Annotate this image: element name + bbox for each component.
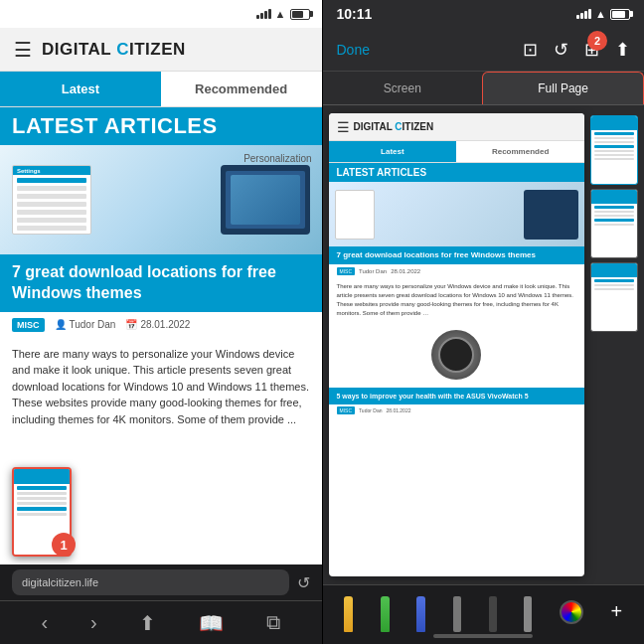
preview-tabs: Latest Recommended: [329, 141, 585, 163]
preview-second-meta: MISC Tudor Dan 28.01.2022: [329, 404, 585, 416]
right-status-icons: ▲: [576, 8, 630, 20]
tab-latest[interactable]: Latest: [0, 72, 161, 106]
right-content: ☰ DIGITAL CITIZEN Latest Recommended LAT…: [323, 105, 645, 584]
left-nav-bar: ☰ DIGITAL CITIZEN: [0, 28, 322, 72]
bookmark-button[interactable]: 📖: [199, 611, 224, 635]
image-label: Personalization: [243, 153, 311, 164]
logo-text: DIGITAL CITIZEN: [42, 40, 186, 60]
left-status-bar: ▲: [0, 0, 322, 28]
ruler-3-icon[interactable]: [524, 596, 532, 632]
share-button[interactable]: ⬆: [139, 611, 156, 635]
signal-icon: [256, 9, 271, 19]
hero-header: LATEST ARTICLES: [0, 107, 322, 145]
crop-icon[interactable]: ⊡: [523, 39, 538, 61]
right-wifi-icon: ▲: [595, 8, 606, 20]
right-time: 10:11: [337, 6, 373, 22]
right-phone: 10:11 ▲ Done ⊡ ↺ ⊞ 2 ⬆: [323, 0, 645, 644]
reload-icon[interactable]: ↺: [297, 573, 310, 592]
meta-date: 📅 28.01.2022: [125, 319, 190, 330]
right-bottom-toolbar: +: [323, 584, 645, 644]
done-button[interactable]: Done: [337, 42, 370, 58]
preview-hamburger-icon: ☰: [337, 119, 350, 135]
right-signal-icon: [576, 9, 591, 19]
preview-author: Tudor Dan: [359, 268, 387, 274]
left-phone: ▲ ☰ DIGITAL CITIZEN Latest Recommended L…: [0, 0, 322, 644]
bottom-overlay: digitalcitizen.life ↺ ‹ › ⬆ 📖 ⧉: [0, 564, 322, 644]
preview-second-date: 28.01.2022: [386, 407, 410, 413]
back-button[interactable]: ‹: [41, 611, 48, 634]
tabs-button[interactable]: ⧉: [266, 611, 280, 634]
preview-date: 28.01.2022: [391, 268, 420, 274]
preview-tab-recommended: Recommended: [456, 141, 584, 162]
preview-mini-screenshot: [335, 190, 375, 240]
tabs-row: Latest Recommended: [0, 72, 322, 107]
green-pen-icon[interactable]: [381, 596, 390, 632]
ruler-2-icon[interactable]: [489, 596, 497, 632]
url-bar: digitalcitizen.life ↺: [0, 564, 322, 600]
right-battery-icon: [610, 9, 630, 20]
ruler-1-icon[interactable]: [453, 596, 461, 632]
preview-hero: LATEST ARTICLES: [329, 163, 585, 182]
blue-pen-icon[interactable]: [416, 596, 425, 632]
hamburger-icon[interactable]: ☰: [14, 38, 32, 62]
undo-icon[interactable]: ↺: [554, 39, 568, 61]
preview-second-misc-badge: MISC: [337, 406, 356, 414]
color-wheel-icon[interactable]: [560, 600, 583, 624]
right-bottom-tools: +: [323, 585, 645, 634]
preview-tab-latest: Latest: [329, 141, 457, 162]
thumb-card-3[interactable]: [590, 262, 638, 332]
preview-meta: MISC Tudor Dan 28.01.2022: [329, 264, 585, 278]
tab-recommended[interactable]: Recommended: [161, 72, 322, 106]
tab-screen[interactable]: Screen: [323, 72, 483, 104]
preview-second-title: 5 ways to improve your health with the A…: [329, 388, 585, 404]
thumb-card-1[interactable]: [590, 115, 638, 185]
url-display[interactable]: digitalcitizen.life: [12, 569, 289, 595]
personalization-screenshot: Settings: [12, 165, 91, 235]
wifi-icon: ▲: [275, 8, 286, 20]
tab-full-page[interactable]: Full Page: [482, 72, 644, 104]
article-title: 7 great download locations for free Wind…: [12, 263, 276, 301]
badge-1: 1: [52, 533, 76, 557]
tablet-image: [221, 165, 310, 235]
watch-image-container: [329, 322, 585, 388]
right-nav-bar: Done ⊡ ↺ ⊞ 2 ⬆: [323, 28, 645, 72]
site-logo: DIGITAL CITIZEN: [42, 40, 186, 60]
right-sidebar-thumbs: [590, 113, 638, 576]
left-status-icons: ▲: [256, 8, 310, 20]
bottom-toolbar: ‹ › ⬆ 📖 ⧉: [0, 600, 322, 644]
badge-2: 2: [587, 31, 607, 51]
watch-image: [431, 330, 481, 380]
home-indicator-right: [433, 634, 533, 638]
screen-tabs-row: Screen Full Page: [323, 72, 645, 105]
preview-nav: ☰ DIGITAL CITIZEN: [329, 113, 585, 141]
add-button[interactable]: +: [610, 600, 622, 623]
article-meta: MISC 👤 Tudor Dan 📅 28.01.2022: [0, 312, 322, 338]
preview-second-author: Tudor Dan: [359, 407, 382, 413]
preview-article-title: 7 great download locations for free Wind…: [329, 246, 585, 264]
preview-mini-tablet: [524, 190, 578, 240]
right-status-bar: 10:11 ▲: [323, 0, 645, 28]
right-toolbar-icons: ⊡ ↺ ⊞ 2 ⬆: [523, 39, 630, 61]
meta-author: 👤 Tudor Dan: [55, 319, 116, 330]
preview-body: There are many ways to personalize your …: [329, 278, 585, 322]
yellow-pen-icon[interactable]: [344, 596, 353, 632]
hero-text: LATEST ARTICLES: [12, 113, 218, 138]
share-icon[interactable]: ⬆: [615, 39, 630, 61]
preview-misc-badge: MISC: [337, 267, 356, 275]
article-title-block: 7 great download locations for free Wind…: [0, 254, 322, 312]
preview-frame: ☰ DIGITAL CITIZEN Latest Recommended LAT…: [329, 113, 585, 576]
layers-icon[interactable]: ⊞ 2: [584, 39, 599, 61]
misc-badge: MISC: [12, 318, 45, 332]
battery-icon: [290, 9, 310, 20]
preview-image-block: [329, 182, 585, 246]
preview-logo: DIGITAL CITIZEN: [354, 121, 434, 132]
thumb-card-2[interactable]: [590, 189, 638, 258]
article-image-block: Settings Personalization: [0, 145, 322, 254]
forward-button[interactable]: ›: [90, 611, 97, 634]
